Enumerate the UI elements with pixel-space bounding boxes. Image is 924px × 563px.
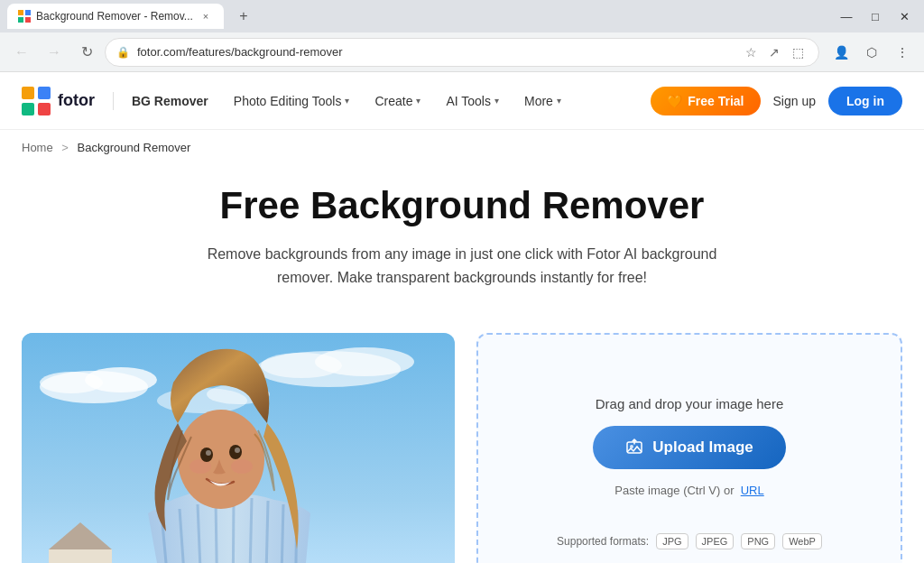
logo-text: fotor	[58, 91, 95, 110]
breadcrumb-separator: >	[61, 141, 69, 154]
extensions-icon[interactable]: ⬚	[788, 42, 808, 62]
supported-formats: Supported formats: JPG JPEG PNG WebP	[557, 533, 822, 549]
chevron-down-icon-1: ▾	[416, 96, 420, 106]
svg-rect-4	[22, 87, 34, 99]
nav-item-create-label: Create	[374, 94, 412, 108]
url-text: fotor.com/features/background-remover	[137, 45, 734, 59]
tab-close-button[interactable]: ×	[199, 9, 213, 23]
svg-point-14	[261, 353, 342, 378]
logo-divider	[113, 92, 114, 110]
url-link[interactable]: URL	[741, 484, 764, 497]
minimize-button[interactable]: —	[834, 4, 859, 29]
nav-menu: Photo Editing Tools ▾ Create ▾ AI Tools …	[223, 87, 572, 115]
hero-title: Free Background Remover	[22, 183, 902, 228]
svg-rect-2	[18, 17, 23, 23]
paste-text: Paste image (Ctrl V) or URL	[614, 484, 763, 497]
nav-item-ai-tools[interactable]: AI Tools ▾	[435, 87, 510, 115]
upload-image-button[interactable]: Upload Image	[593, 426, 785, 469]
paste-instruction: Paste image (Ctrl V) or	[614, 484, 734, 497]
browser-titlebar: Background Remover - Remov... × + — □ ✕	[0, 0, 924, 32]
svg-rect-17	[49, 549, 112, 563]
address-bar-icons: ☆ ↗ ⬚	[741, 42, 808, 62]
upload-button-label: Upload Image	[652, 438, 753, 457]
toolbar-action-icons: 👤 ⬡ ⋮	[827, 38, 917, 67]
svg-point-11	[40, 372, 103, 393]
chevron-down-icon-0: ▾	[345, 96, 349, 106]
nav-item-ai-tools-label: AI Tools	[446, 94, 491, 108]
nav-item-more-label: More	[524, 94, 553, 108]
logo-icon	[22, 87, 51, 115]
svg-line-26	[233, 498, 234, 563]
back-button[interactable]: ←	[7, 38, 36, 67]
format-jpeg: JPEG	[696, 533, 735, 549]
svg-point-32	[178, 410, 264, 509]
address-bar[interactable]: 🔒 fotor.com/features/background-remover …	[105, 38, 819, 67]
svg-rect-6	[22, 103, 34, 115]
upload-icon	[625, 438, 643, 457]
formats-label: Supported formats:	[557, 535, 649, 548]
nav-item-more[interactable]: More ▾	[513, 87, 572, 115]
close-button[interactable]: ✕	[892, 4, 917, 29]
format-png: PNG	[741, 533, 775, 549]
format-jpg: JPG	[656, 533, 688, 549]
demo-image	[22, 333, 455, 563]
heart-icon: 🧡	[667, 94, 682, 108]
svg-rect-1	[25, 10, 31, 15]
free-trial-label: Free Trial	[688, 94, 744, 108]
drag-drop-text: Drag and drop your image here	[596, 396, 783, 411]
bookmark-star-icon[interactable]: ☆	[741, 42, 761, 62]
format-webp: WebP	[782, 533, 822, 549]
browser-frame: Background Remover - Remov... × + — □ ✕ …	[0, 0, 924, 563]
chevron-down-icon-2: ▾	[494, 96, 499, 106]
profile-icon[interactable]: 👤	[827, 38, 855, 67]
login-label: Log in	[846, 94, 884, 108]
svg-rect-5	[38, 87, 51, 99]
svg-point-37	[206, 450, 211, 456]
breadcrumb-home-link[interactable]: Home	[22, 141, 53, 154]
site-navbar: fotor BG Remover Photo Editing Tools ▾ C…	[0, 72, 924, 130]
page-content: fotor BG Remover Photo Editing Tools ▾ C…	[0, 72, 924, 563]
nav-item-create[interactable]: Create ▾	[364, 87, 431, 115]
share-icon[interactable]: ↗	[764, 42, 784, 62]
logo-product-text: BG Remover	[132, 94, 208, 108]
hero-section: Free Background Remover Remove backgroun…	[0, 165, 924, 333]
breadcrumb: Home > Background Remover	[0, 130, 924, 165]
upload-drop-zone[interactable]: Drag and drop your image here Upload Ima…	[476, 333, 902, 563]
browser-toolbar: ← → ↻ 🔒 fotor.com/features/background-re…	[0, 32, 924, 72]
login-button[interactable]: Log in	[828, 87, 902, 115]
chevron-down-icon-3: ▾	[557, 96, 561, 106]
tab-title-label: Background Remover - Remov...	[36, 10, 193, 23]
maximize-button[interactable]: □	[863, 4, 888, 29]
svg-rect-3	[25, 17, 31, 23]
svg-rect-7	[38, 103, 51, 115]
nav-item-photo-editing-label: Photo Editing Tools	[234, 94, 342, 108]
tab-favicon	[18, 10, 31, 23]
free-trial-button[interactable]: 🧡 Free Trial	[651, 87, 760, 115]
site-logo[interactable]: fotor BG Remover	[22, 87, 208, 115]
svg-point-34	[231, 459, 253, 474]
svg-rect-0	[18, 10, 23, 15]
demo-image-svg	[22, 333, 455, 563]
svg-point-38	[235, 448, 240, 453]
nav-item-photo-editing[interactable]: Photo Editing Tools ▾	[223, 87, 361, 115]
signup-label: Sign up	[773, 94, 816, 108]
browser-tab[interactable]: Background Remover - Remov... ×	[7, 4, 224, 29]
main-section: Drag and drop your image here Upload Ima…	[0, 333, 924, 563]
reload-button[interactable]: ↻	[72, 38, 101, 67]
security-icon: 🔒	[116, 46, 130, 59]
window-controls: — □ ✕	[834, 4, 917, 29]
signup-button[interactable]: Sign up	[761, 87, 828, 115]
forward-button[interactable]: →	[40, 38, 69, 67]
breadcrumb-current: Background Remover	[78, 141, 191, 154]
more-options-icon[interactable]: ⋮	[888, 38, 917, 67]
hero-subtitle: Remove backgrounds from any image in jus…	[200, 243, 724, 289]
new-tab-button[interactable]: +	[231, 4, 256, 29]
extensions-puzzle-icon[interactable]: ⬡	[857, 38, 886, 67]
